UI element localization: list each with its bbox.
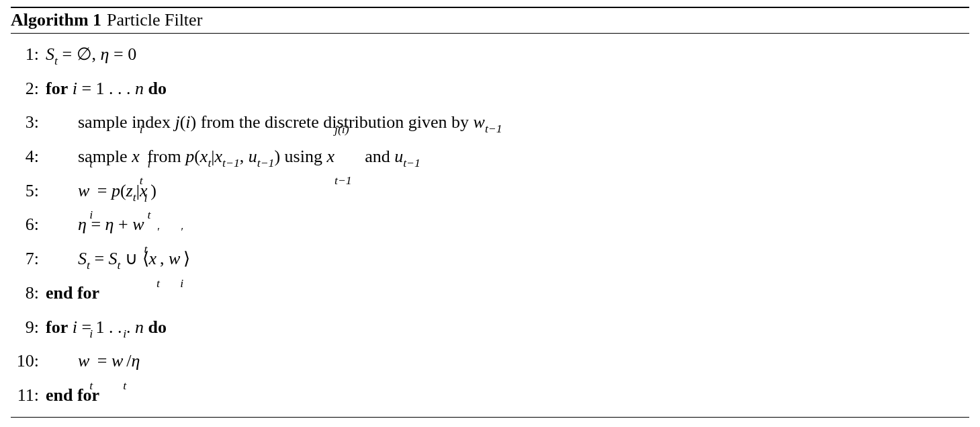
algo-line: 6:η = η + wtit — [11, 208, 969, 242]
line-content: sample xtit from p(xt|xt−1, ut−1) using … — [46, 140, 420, 174]
algorithm-header: Algorithm 1 Particle Filter — [11, 10, 969, 32]
line-content: wtit = wtit/η — [46, 344, 140, 379]
algorithm-label: Algorithm 1 — [11, 10, 101, 30]
algo-line: 10:wtit = wtit/η — [11, 344, 969, 379]
line-number: 6: — [11, 208, 39, 242]
algo-line: 8:end for — [11, 276, 969, 311]
line-number: 10: — [11, 344, 39, 379]
line-content: for i = 1 . . . n do — [46, 72, 167, 106]
algorithm-block: Algorithm 1 Particle Filter 1:St = ∅, η … — [11, 7, 969, 418]
line-number: 5: — [11, 174, 39, 208]
line-number: 9: — [11, 311, 39, 345]
algo-line: 2:for i = 1 . . . n do — [11, 72, 969, 106]
line-number: 3: — [11, 106, 39, 140]
algorithm-body: 1:St = ∅, η = 02:for i = 1 . . . n do3:s… — [11, 33, 969, 418]
line-content: end for — [46, 276, 99, 311]
line-number: 7: — [11, 242, 39, 276]
algo-line: 1:St = ∅, η = 0 — [11, 38, 969, 72]
line-number: 11: — [11, 379, 39, 413]
line-content: sample index j(i) from the discrete dist… — [46, 106, 502, 140]
line-number: 8: — [11, 276, 39, 311]
algo-line: 3:sample index j(i) from the discrete di… — [11, 106, 969, 140]
line-number: 1: — [11, 38, 39, 72]
line-content: for i = 1 . . . n do — [46, 311, 167, 345]
algo-line: 11:end for — [11, 379, 969, 413]
line-content: St = St ∪ ⟨xt′t, wi′i⟩ — [46, 242, 190, 276]
line-content: St = ∅, η = 0 — [46, 38, 136, 72]
line-content: η = η + wtit — [46, 208, 147, 242]
algo-line: 7:St = St ∪ ⟨xt′t, wi′i⟩ — [11, 242, 969, 276]
algorithm-title: Particle Filter — [107, 10, 202, 30]
line-number: 4: — [11, 140, 39, 174]
algo-line: 4:sample xtit from p(xt|xt−1, ut−1) usin… — [11, 140, 969, 174]
algo-line: 5:witi = p(zt|xtit) — [11, 174, 969, 208]
algo-line: 9:for i = 1 . . . n do — [11, 311, 969, 345]
line-number: 2: — [11, 72, 39, 106]
